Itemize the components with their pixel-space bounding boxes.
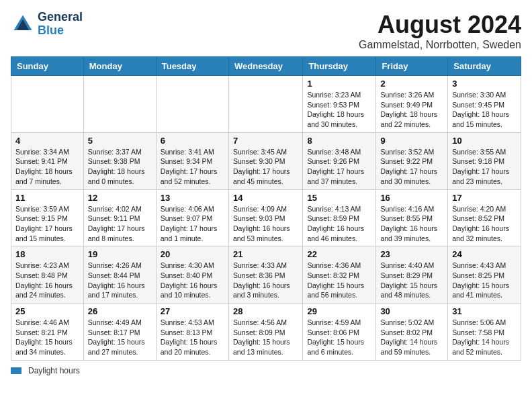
day-number: 26 [88,306,152,316]
day-number: 7 [233,136,298,146]
calendar-cell: 12Sunrise: 4:02 AM Sunset: 9:11 PM Dayli… [83,189,156,246]
location-title: Gammelstad, Norrbotten, Sweden [359,39,521,51]
calendar-header-row: SundayMondayTuesdayWednesdayThursdayFrid… [11,57,521,76]
day-number: 5 [88,136,152,146]
day-number: 29 [307,306,371,316]
calendar-cell: 5Sunrise: 3:37 AM Sunset: 9:38 PM Daylig… [83,132,156,189]
day-number: 25 [15,306,79,316]
calendar-cell: 24Sunrise: 4:43 AM Sunset: 8:25 PM Dayli… [448,246,521,304]
day-number: 9 [380,136,443,146]
calendar-cell: 21Sunrise: 4:33 AM Sunset: 8:36 PM Dayli… [228,246,302,304]
day-number: 31 [452,306,517,316]
day-info: Sunrise: 4:46 AM Sunset: 8:21 PM Dayligh… [15,318,79,357]
day-info: Sunrise: 3:30 AM Sunset: 9:45 PM Dayligh… [452,90,517,130]
calendar-cell: 27Sunrise: 4:53 AM Sunset: 8:13 PM Dayli… [156,304,228,361]
day-number: 14 [233,193,298,203]
calendar-week-row: 1Sunrise: 3:23 AM Sunset: 9:53 PM Daylig… [11,76,521,133]
footer-label: Daylight hours [28,366,80,375]
day-info: Sunrise: 4:09 AM Sunset: 9:03 PM Dayligh… [233,204,298,244]
day-number: 17 [452,193,517,203]
footer: Daylight hours [11,366,521,375]
day-info: Sunrise: 4:02 AM Sunset: 9:11 PM Dayligh… [88,204,152,244]
calendar-cell: 1Sunrise: 3:23 AM Sunset: 9:53 PM Daylig… [303,76,376,133]
calendar-cell: 6Sunrise: 3:41 AM Sunset: 9:34 PM Daylig… [156,132,228,189]
day-info: Sunrise: 3:34 AM Sunset: 9:41 PM Dayligh… [15,147,79,187]
day-number: 10 [452,136,517,146]
day-number: 22 [307,249,371,259]
column-header-monday: Monday [83,57,156,76]
day-info: Sunrise: 4:43 AM Sunset: 8:25 PM Dayligh… [452,261,517,300]
day-info: Sunrise: 3:45 AM Sunset: 9:30 PM Dayligh… [233,147,298,187]
day-info: Sunrise: 3:41 AM Sunset: 9:34 PM Dayligh… [161,147,224,187]
calendar-cell: 13Sunrise: 4:06 AM Sunset: 9:07 PM Dayli… [156,189,228,246]
calendar-cell: 3Sunrise: 3:30 AM Sunset: 9:45 PM Daylig… [448,76,521,133]
day-number: 24 [452,249,517,259]
day-info: Sunrise: 4:53 AM Sunset: 8:13 PM Dayligh… [161,318,224,357]
column-header-sunday: Sunday [11,57,84,76]
calendar-cell: 15Sunrise: 4:13 AM Sunset: 8:59 PM Dayli… [303,189,376,246]
calendar-cell: 25Sunrise: 4:46 AM Sunset: 8:21 PM Dayli… [11,304,84,361]
calendar-cell: 22Sunrise: 4:36 AM Sunset: 8:32 PM Dayli… [303,246,376,304]
column-header-thursday: Thursday [303,57,376,76]
day-number: 27 [161,306,224,316]
calendar-table: SundayMondayTuesdayWednesdayThursdayFrid… [11,56,521,361]
day-info: Sunrise: 4:33 AM Sunset: 8:36 PM Dayligh… [233,261,298,300]
column-header-tuesday: Tuesday [156,57,228,76]
calendar-cell: 23Sunrise: 4:40 AM Sunset: 8:29 PM Dayli… [376,246,448,304]
calendar-cell: 29Sunrise: 4:59 AM Sunset: 8:06 PM Dayli… [303,304,376,361]
day-number: 15 [307,193,371,203]
calendar-cell: 4Sunrise: 3:34 AM Sunset: 9:41 PM Daylig… [11,132,84,189]
title-block: August 2024 Gammelstad, Norrbotten, Swed… [359,11,521,51]
day-number: 21 [233,249,298,259]
calendar-cell: 14Sunrise: 4:09 AM Sunset: 9:03 PM Dayli… [228,189,302,246]
day-number: 19 [88,249,152,259]
calendar-cell: 30Sunrise: 5:02 AM Sunset: 8:02 PM Dayli… [376,304,448,361]
day-info: Sunrise: 3:52 AM Sunset: 9:22 PM Dayligh… [380,147,443,187]
calendar-cell [228,76,302,133]
logo-text: General Blue [38,11,83,38]
day-number: 6 [161,136,224,146]
calendar-cell: 10Sunrise: 3:55 AM Sunset: 9:18 PM Dayli… [448,132,521,189]
day-number: 20 [161,249,224,259]
calendar-cell: 28Sunrise: 4:56 AM Sunset: 8:09 PM Dayli… [228,304,302,361]
day-info: Sunrise: 4:59 AM Sunset: 8:06 PM Dayligh… [307,318,371,357]
calendar-cell: 2Sunrise: 3:26 AM Sunset: 9:49 PM Daylig… [376,76,448,133]
calendar-cell: 26Sunrise: 4:49 AM Sunset: 8:17 PM Dayli… [83,304,156,361]
day-info: Sunrise: 4:49 AM Sunset: 8:17 PM Dayligh… [88,318,152,357]
day-info: Sunrise: 3:23 AM Sunset: 9:53 PM Dayligh… [307,90,371,130]
day-info: Sunrise: 3:59 AM Sunset: 9:15 PM Dayligh… [15,204,79,244]
day-number: 4 [15,136,79,146]
calendar-week-row: 4Sunrise: 3:34 AM Sunset: 9:41 PM Daylig… [11,132,521,189]
day-number: 18 [15,249,79,259]
calendar-cell: 9Sunrise: 3:52 AM Sunset: 9:22 PM Daylig… [376,132,448,189]
daylight-bar-icon [11,367,21,374]
day-info: Sunrise: 4:26 AM Sunset: 8:44 PM Dayligh… [88,261,152,300]
day-info: Sunrise: 4:56 AM Sunset: 8:09 PM Dayligh… [233,318,298,357]
calendar-cell: 7Sunrise: 3:45 AM Sunset: 9:30 PM Daylig… [228,132,302,189]
day-number: 16 [380,193,443,203]
day-number: 11 [15,193,79,203]
day-info: Sunrise: 5:06 AM Sunset: 7:58 PM Dayligh… [452,318,517,357]
month-title: August 2024 [359,11,521,39]
calendar-cell [11,76,84,133]
calendar-cell [156,76,228,133]
calendar-week-row: 25Sunrise: 4:46 AM Sunset: 8:21 PM Dayli… [11,304,521,361]
day-number: 1 [307,79,371,89]
page-header: General Blue August 2024 Gammelstad, Nor… [11,11,521,51]
day-number: 13 [161,193,224,203]
day-info: Sunrise: 4:06 AM Sunset: 9:07 PM Dayligh… [161,204,224,244]
day-info: Sunrise: 3:55 AM Sunset: 9:18 PM Dayligh… [452,147,517,187]
column-header-wednesday: Wednesday [228,57,302,76]
logo: General Blue [11,11,83,38]
calendar-cell: 8Sunrise: 3:48 AM Sunset: 9:26 PM Daylig… [303,132,376,189]
day-info: Sunrise: 3:26 AM Sunset: 9:49 PM Dayligh… [380,90,443,130]
calendar-week-row: 18Sunrise: 4:23 AM Sunset: 8:48 PM Dayli… [11,246,521,304]
day-info: Sunrise: 4:36 AM Sunset: 8:32 PM Dayligh… [307,261,371,300]
day-info: Sunrise: 3:48 AM Sunset: 9:26 PM Dayligh… [307,147,371,187]
column-header-saturday: Saturday [448,57,521,76]
day-number: 23 [380,249,443,259]
day-info: Sunrise: 3:37 AM Sunset: 9:38 PM Dayligh… [88,147,152,187]
calendar-week-row: 11Sunrise: 3:59 AM Sunset: 9:15 PM Dayli… [11,189,521,246]
day-info: Sunrise: 4:30 AM Sunset: 8:40 PM Dayligh… [161,261,224,300]
day-number: 30 [380,306,443,316]
